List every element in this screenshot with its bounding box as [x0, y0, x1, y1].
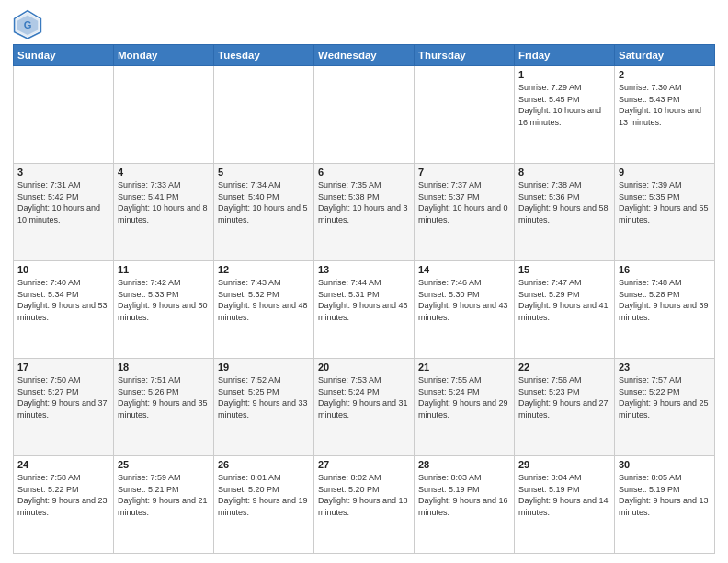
day-number: 28: [418, 459, 510, 470]
header-day-sunday: Sunday: [14, 45, 114, 66]
day-cell: 11Sunrise: 7:42 AM Sunset: 5:33 PM Dayli…: [114, 261, 214, 359]
day-number: 15: [518, 264, 610, 275]
header-row: SundayMondayTuesdayWednesdayThursdayFrid…: [14, 45, 715, 66]
day-cell: 9Sunrise: 7:39 AM Sunset: 5:35 PM Daylig…: [615, 164, 715, 261]
day-info: Sunrise: 7:30 AM Sunset: 5:43 PM Dayligh…: [619, 82, 711, 128]
day-number: 22: [518, 362, 610, 373]
header-day-thursday: Thursday: [415, 45, 515, 66]
day-number: 19: [218, 362, 310, 373]
day-cell: 12Sunrise: 7:43 AM Sunset: 5:32 PM Dayli…: [214, 261, 314, 359]
day-number: 2: [619, 69, 711, 80]
header-day-tuesday: Tuesday: [214, 45, 314, 66]
top-header: G: [13, 9, 715, 39]
day-cell: [214, 66, 314, 164]
day-number: 5: [218, 167, 310, 178]
day-cell: 17Sunrise: 7:50 AM Sunset: 5:27 PM Dayli…: [14, 359, 114, 456]
day-number: 12: [218, 264, 310, 275]
day-info: Sunrise: 7:38 AM Sunset: 5:36 PM Dayligh…: [518, 179, 610, 225]
day-cell: 8Sunrise: 7:38 AM Sunset: 5:36 PM Daylig…: [515, 164, 615, 261]
day-info: Sunrise: 8:04 AM Sunset: 5:19 PM Dayligh…: [518, 472, 610, 518]
day-cell: [114, 66, 214, 164]
day-number: 13: [318, 264, 410, 275]
day-cell: 24Sunrise: 7:58 AM Sunset: 5:22 PM Dayli…: [14, 456, 114, 554]
day-info: Sunrise: 7:35 AM Sunset: 5:38 PM Dayligh…: [318, 179, 410, 225]
day-info: Sunrise: 8:05 AM Sunset: 5:19 PM Dayligh…: [619, 472, 711, 518]
day-cell: [415, 66, 515, 164]
day-cell: 25Sunrise: 7:59 AM Sunset: 5:21 PM Dayli…: [114, 456, 214, 554]
day-info: Sunrise: 7:39 AM Sunset: 5:35 PM Dayligh…: [619, 179, 711, 225]
day-number: 6: [318, 167, 410, 178]
day-cell: 23Sunrise: 7:57 AM Sunset: 5:22 PM Dayli…: [615, 359, 715, 456]
day-number: 14: [418, 264, 510, 275]
day-cell: [314, 66, 415, 164]
day-info: Sunrise: 7:43 AM Sunset: 5:32 PM Dayligh…: [218, 277, 310, 323]
day-cell: 6Sunrise: 7:35 AM Sunset: 5:38 PM Daylig…: [314, 164, 415, 261]
week-row-4: 17Sunrise: 7:50 AM Sunset: 5:27 PM Dayli…: [14, 359, 715, 456]
day-number: 4: [118, 167, 210, 178]
day-info: Sunrise: 7:44 AM Sunset: 5:31 PM Dayligh…: [318, 277, 410, 323]
week-row-1: 1Sunrise: 7:29 AM Sunset: 5:45 PM Daylig…: [14, 66, 715, 164]
day-cell: 22Sunrise: 7:56 AM Sunset: 5:23 PM Dayli…: [515, 359, 615, 456]
day-cell: 20Sunrise: 7:53 AM Sunset: 5:24 PM Dayli…: [314, 359, 415, 456]
logo-icon: G: [13, 9, 42, 39]
day-number: 20: [318, 362, 410, 373]
week-row-3: 10Sunrise: 7:40 AM Sunset: 5:34 PM Dayli…: [14, 261, 715, 359]
week-row-2: 3Sunrise: 7:31 AM Sunset: 5:42 PM Daylig…: [14, 164, 715, 261]
calendar-table: SundayMondayTuesdayWednesdayThursdayFrid…: [13, 44, 715, 554]
day-cell: 14Sunrise: 7:46 AM Sunset: 5:30 PM Dayli…: [415, 261, 515, 359]
day-info: Sunrise: 7:37 AM Sunset: 5:37 PM Dayligh…: [418, 179, 510, 225]
day-cell: 29Sunrise: 8:04 AM Sunset: 5:19 PM Dayli…: [515, 456, 615, 554]
day-info: Sunrise: 7:57 AM Sunset: 5:22 PM Dayligh…: [619, 374, 711, 420]
day-cell: 21Sunrise: 7:55 AM Sunset: 5:24 PM Dayli…: [415, 359, 515, 456]
day-info: Sunrise: 7:56 AM Sunset: 5:23 PM Dayligh…: [518, 374, 610, 420]
day-info: Sunrise: 8:02 AM Sunset: 5:20 PM Dayligh…: [318, 472, 410, 518]
day-cell: 7Sunrise: 7:37 AM Sunset: 5:37 PM Daylig…: [415, 164, 515, 261]
header-day-saturday: Saturday: [615, 45, 715, 66]
day-cell: 13Sunrise: 7:44 AM Sunset: 5:31 PM Dayli…: [314, 261, 415, 359]
day-cell: 28Sunrise: 8:03 AM Sunset: 5:19 PM Dayli…: [415, 456, 515, 554]
day-number: 11: [118, 264, 210, 275]
header-day-monday: Monday: [114, 45, 214, 66]
day-cell: 16Sunrise: 7:48 AM Sunset: 5:28 PM Dayli…: [615, 261, 715, 359]
svg-text:G: G: [24, 19, 32, 30]
day-cell: 3Sunrise: 7:31 AM Sunset: 5:42 PM Daylig…: [14, 164, 114, 261]
day-info: Sunrise: 7:29 AM Sunset: 5:45 PM Dayligh…: [518, 82, 610, 128]
day-info: Sunrise: 7:46 AM Sunset: 5:30 PM Dayligh…: [418, 277, 510, 323]
day-number: 7: [418, 167, 510, 178]
day-number: 17: [17, 362, 109, 373]
day-number: 30: [619, 459, 711, 470]
day-number: 8: [518, 167, 610, 178]
day-cell: 26Sunrise: 8:01 AM Sunset: 5:20 PM Dayli…: [214, 456, 314, 554]
page: G SundayMondayTuesdayWednesdayThursdayFr…: [0, 0, 728, 563]
day-info: Sunrise: 7:52 AM Sunset: 5:25 PM Dayligh…: [218, 374, 310, 420]
day-cell: 15Sunrise: 7:47 AM Sunset: 5:29 PM Dayli…: [515, 261, 615, 359]
day-cell: [14, 66, 114, 164]
day-info: Sunrise: 8:03 AM Sunset: 5:19 PM Dayligh…: [418, 472, 510, 518]
day-cell: 30Sunrise: 8:05 AM Sunset: 5:19 PM Dayli…: [615, 456, 715, 554]
week-row-5: 24Sunrise: 7:58 AM Sunset: 5:22 PM Dayli…: [14, 456, 715, 554]
day-cell: 27Sunrise: 8:02 AM Sunset: 5:20 PM Dayli…: [314, 456, 415, 554]
day-info: Sunrise: 7:48 AM Sunset: 5:28 PM Dayligh…: [619, 277, 711, 323]
day-number: 25: [118, 459, 210, 470]
header-day-wednesday: Wednesday: [314, 45, 415, 66]
day-info: Sunrise: 7:42 AM Sunset: 5:33 PM Dayligh…: [118, 277, 210, 323]
day-info: Sunrise: 7:50 AM Sunset: 5:27 PM Dayligh…: [17, 374, 109, 420]
day-number: 1: [518, 69, 610, 80]
day-number: 16: [619, 264, 711, 275]
day-info: Sunrise: 7:33 AM Sunset: 5:41 PM Dayligh…: [118, 179, 210, 225]
day-info: Sunrise: 7:47 AM Sunset: 5:29 PM Dayligh…: [518, 277, 610, 323]
day-number: 26: [218, 459, 310, 470]
day-cell: 18Sunrise: 7:51 AM Sunset: 5:26 PM Dayli…: [114, 359, 214, 456]
day-info: Sunrise: 7:40 AM Sunset: 5:34 PM Dayligh…: [17, 277, 109, 323]
day-cell: 19Sunrise: 7:52 AM Sunset: 5:25 PM Dayli…: [214, 359, 314, 456]
header-day-friday: Friday: [515, 45, 615, 66]
day-number: 29: [518, 459, 610, 470]
day-number: 9: [619, 167, 711, 178]
day-cell: 10Sunrise: 7:40 AM Sunset: 5:34 PM Dayli…: [14, 261, 114, 359]
day-cell: 1Sunrise: 7:29 AM Sunset: 5:45 PM Daylig…: [515, 66, 615, 164]
day-number: 24: [17, 459, 109, 470]
day-number: 10: [17, 264, 109, 275]
logo: G: [13, 9, 46, 39]
day-number: 18: [118, 362, 210, 373]
day-info: Sunrise: 7:34 AM Sunset: 5:40 PM Dayligh…: [218, 179, 310, 225]
